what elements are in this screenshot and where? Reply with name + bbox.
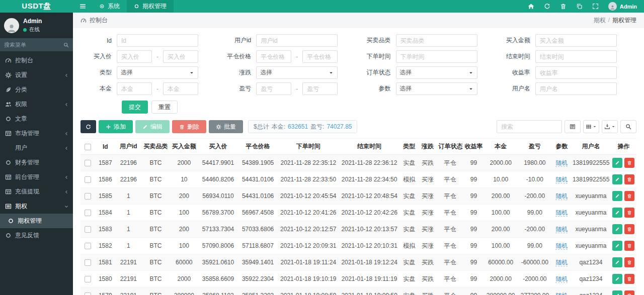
row-checkbox[interactable]	[85, 176, 91, 183]
param-link[interactable]: 随机	[555, 275, 568, 283]
tab-option-manage[interactable]: 期权管理	[127, 0, 174, 13]
column-header-actions[interactable]: 操作	[611, 139, 636, 155]
row-delete-button[interactable]	[624, 241, 634, 251]
row-checkbox[interactable]	[85, 226, 91, 233]
param-link[interactable]: 随机	[555, 176, 568, 183]
sidebar-item-category[interactable]: 分类	[0, 82, 73, 97]
column-header-type[interactable]: 类型	[400, 139, 419, 155]
filter-range-max[interactable]	[302, 50, 338, 63]
column-header-direction[interactable]: 涨跌	[419, 139, 437, 155]
filter-range-min[interactable]	[117, 50, 152, 63]
row-checkbox[interactable]	[85, 193, 91, 200]
columns-button[interactable]	[583, 120, 599, 133]
column-header-id[interactable]: Id	[95, 139, 115, 155]
filter-range-max[interactable]	[302, 82, 338, 95]
param-link[interactable]: 随机	[555, 292, 568, 295]
row-delete-button[interactable]	[624, 257, 634, 267]
row-edit-button[interactable]	[612, 208, 622, 218]
row-checkbox[interactable]	[85, 276, 91, 282]
sidebar-item-user[interactable]: 用户	[0, 141, 73, 155]
filter-select-9[interactable]: 选择	[256, 66, 338, 79]
row-checkbox[interactable]	[85, 259, 91, 266]
row-delete-button[interactable]	[624, 174, 634, 184]
clear-cache-icon[interactable]	[560, 3, 567, 10]
filter-input-6[interactable]	[396, 50, 477, 63]
row-delete-button[interactable]	[624, 208, 634, 218]
column-header-rate[interactable]: 收益率	[463, 139, 484, 155]
sidebar-item-option-manage[interactable]: 期权管理	[0, 214, 73, 228]
sidebar-item-option[interactable]: 期权	[0, 199, 73, 214]
filter-input-15[interactable]	[535, 82, 617, 95]
menu-search-input[interactable]	[4, 42, 63, 48]
param-link[interactable]: 随机	[555, 242, 568, 250]
param-link[interactable]: 随机	[555, 226, 568, 233]
row-checkbox[interactable]	[85, 160, 91, 166]
row-edit-button[interactable]	[612, 174, 622, 184]
row-delete-button[interactable]	[624, 224, 634, 234]
filter-select-14[interactable]: 选择	[396, 82, 477, 95]
column-header-amount[interactable]: 买入金额	[170, 139, 198, 155]
filter-range-max[interactable]	[163, 82, 198, 95]
row-edit-button[interactable]	[612, 224, 622, 234]
sidebar-item-recharge[interactable]: 充值提现	[0, 184, 73, 199]
sidebar-item-market[interactable]: 市场管理	[0, 126, 73, 141]
column-header-close_price[interactable]: 平仓价格	[238, 139, 278, 155]
column-header-end_time[interactable]: 结束时间	[339, 139, 399, 155]
param-link[interactable]: 随机	[555, 209, 568, 217]
export-button[interactable]	[602, 120, 618, 133]
sidebar-item-frontend[interactable]: 前台管理	[0, 170, 73, 184]
sidebar-toggle-button[interactable]	[73, 0, 92, 13]
column-header-buy_price[interactable]: 买入价	[198, 139, 238, 155]
filter-input-2[interactable]	[396, 34, 477, 47]
row-edit-button[interactable]	[612, 257, 622, 267]
copy-icon[interactable]	[576, 3, 583, 10]
filter-range-min[interactable]	[256, 50, 291, 63]
column-header-status[interactable]: 订单状态	[437, 139, 463, 155]
filter-select-10[interactable]: 选择	[396, 66, 477, 79]
breadcrumb-dashboard[interactable]: 控制台	[80, 16, 108, 25]
row-edit-button[interactable]	[612, 191, 622, 201]
refresh-table-button[interactable]	[80, 120, 96, 133]
sidebar-item-permission[interactable]: 权限	[0, 97, 73, 112]
search-button[interactable]	[620, 120, 636, 133]
row-delete-button[interactable]	[624, 274, 634, 284]
row-checkbox[interactable]	[85, 210, 91, 216]
select-all-checkbox[interactable]	[85, 144, 91, 150]
sidebar-item-feedback[interactable]: 意见反馈	[0, 228, 73, 243]
delete-button[interactable]: 删除	[172, 120, 206, 133]
row-delete-button[interactable]	[624, 290, 634, 295]
user-menu[interactable]: Admin	[608, 2, 637, 11]
row-checkbox[interactable]	[85, 292, 91, 295]
column-header-param[interactable]: 参数	[552, 139, 571, 155]
refresh-icon[interactable]	[544, 3, 550, 10]
edit-button[interactable]: 编辑	[135, 120, 170, 133]
row-edit-button[interactable]	[612, 158, 622, 168]
row-edit-button[interactable]	[612, 241, 622, 251]
filter-range-min[interactable]	[256, 82, 291, 95]
column-header-uid[interactable]: 用户id	[115, 139, 141, 155]
sidebar-item-dashboard[interactable]: 控制台	[0, 53, 73, 68]
search-icon[interactable]	[63, 42, 69, 48]
column-header-profit[interactable]: 盈亏	[517, 139, 552, 155]
filter-range-min[interactable]	[117, 82, 152, 95]
row-edit-button[interactable]	[612, 290, 622, 295]
filter-input-1[interactable]	[256, 34, 338, 47]
filter-input-7[interactable]	[535, 50, 617, 63]
filter-input-0[interactable]	[117, 34, 198, 47]
submit-button[interactable]: 提交	[122, 101, 148, 114]
batch-button[interactable]: 批量	[209, 120, 243, 133]
param-link[interactable]: 随机	[555, 159, 568, 167]
param-link[interactable]: 随机	[555, 192, 568, 200]
fullscreen-icon[interactable]	[592, 3, 599, 10]
sidebar-item-article[interactable]: 文章	[0, 112, 73, 126]
filter-input-11[interactable]	[535, 66, 617, 79]
tab-system[interactable]: 系统	[92, 0, 127, 13]
column-header-category[interactable]: 买卖品类	[141, 139, 170, 155]
filter-range-max[interactable]	[163, 50, 198, 63]
row-checkbox[interactable]	[85, 243, 91, 249]
column-header-order_time[interactable]: 下单时间	[278, 139, 339, 155]
card-view-button[interactable]	[565, 120, 581, 133]
filter-input-3[interactable]	[535, 34, 617, 47]
home-icon[interactable]	[528, 3, 534, 10]
sidebar-item-settings[interactable]: 设置	[0, 68, 73, 82]
